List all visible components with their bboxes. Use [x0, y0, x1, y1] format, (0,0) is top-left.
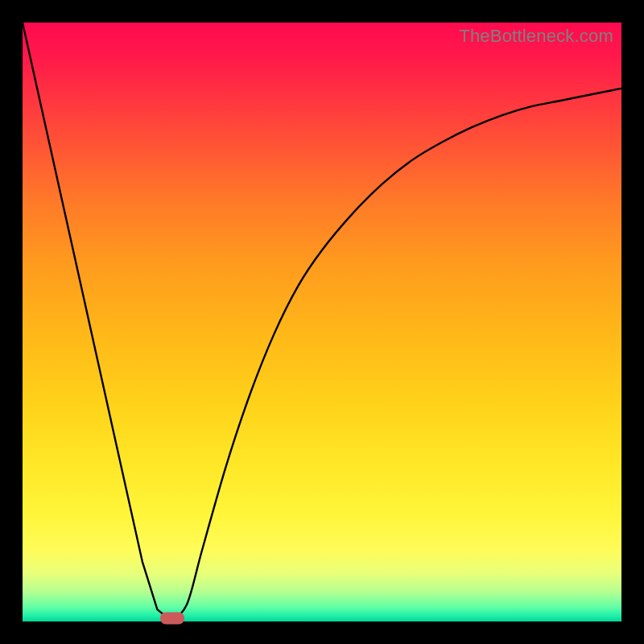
bottleneck-curve	[23, 23, 621, 621]
plot-area: TheBottleneck.com	[23, 23, 621, 621]
chart-frame: TheBottleneck.com	[0, 0, 644, 644]
min-marker	[160, 613, 184, 625]
